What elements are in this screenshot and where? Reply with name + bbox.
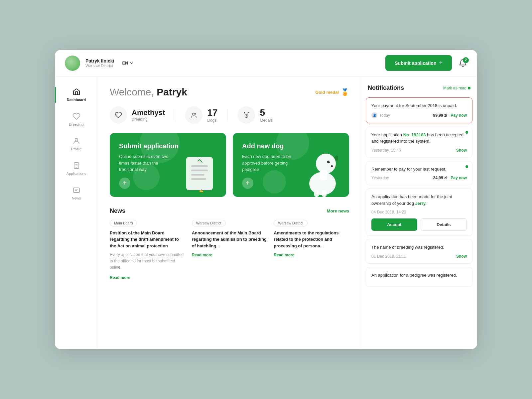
medal-badge: Gold medal 🏅 <box>315 88 349 96</box>
notification-breeding-registered: The name of breeding was registered. 01 … <box>366 239 472 264</box>
svg-point-8 <box>192 113 194 115</box>
notification-pedigree-registered: An application for a pedigree was regist… <box>366 267 472 287</box>
medals-stat: 5 Medals <box>238 106 273 124</box>
news-title-2: Announcement of the Main Board regarding… <box>192 230 267 249</box>
user-name: Patryk Ilnicki <box>85 58 114 64</box>
dogs-stat: 17 Dogs <box>185 106 217 124</box>
mark-read-label: Mark as read <box>443 86 466 90</box>
notification-pay-request: Remember to pay for your last request. Y… <box>366 161 472 186</box>
sidebar-item-news[interactable]: News <box>55 182 98 205</box>
submit-card-plus-button[interactable]: + <box>119 178 130 189</box>
news-title-3: Amendments to the regulations related to… <box>274 230 349 249</box>
add-new-dog-card[interactable]: Add new dog Each new dog need to be appr… <box>233 133 349 197</box>
read-more-3[interactable]: Read more <box>274 253 294 257</box>
header-user-info: Patryk Ilnicki Warsaw District <box>85 58 114 68</box>
medal-icon: 🏅 <box>341 88 349 96</box>
medals-icon <box>238 106 255 124</box>
notif-meta-3: Yesterday 24,99 zł · Pay now <box>371 176 467 180</box>
svg-rect-12 <box>191 165 208 167</box>
svg-point-21 <box>329 161 330 162</box>
notifications-bell[interactable]: 2 <box>459 59 467 67</box>
svg-rect-1 <box>74 163 79 169</box>
sidebar-item-profile[interactable]: Profile <box>55 132 98 156</box>
news-section: News More news Main Board Position of th… <box>110 207 349 280</box>
document-illustration: ✍ <box>170 133 219 197</box>
dog-name-link[interactable]: Jerry. <box>415 201 427 206</box>
dog-illustration <box>296 133 349 197</box>
show-link-2[interactable]: Show <box>456 148 467 153</box>
dogs-label: Dogs <box>207 118 217 123</box>
lang-label: EN <box>122 61 128 66</box>
svg-point-24 <box>331 165 333 167</box>
svg-rect-13 <box>191 170 208 171</box>
news-tag-2: Warsaw District <box>192 220 226 226</box>
application-link[interactable]: No. 192183 <box>403 132 426 137</box>
notif-date-3: Yesterday <box>371 176 389 180</box>
dogs-count: 17 <box>207 107 217 118</box>
action-cards-row: Submit application Online submit is even… <box>110 133 349 197</box>
svg-rect-26 <box>322 190 327 197</box>
svg-rect-25 <box>314 190 319 197</box>
sidebar-label-breeding: Breeding <box>69 122 83 126</box>
breeding-stat: Amethyst Breeding <box>110 106 165 124</box>
dog-card-plus-button[interactable]: + <box>242 178 253 189</box>
notif-date-1: 👤 Today <box>371 112 390 118</box>
language-selector[interactable]: EN <box>122 61 134 66</box>
more-news-link[interactable]: More news <box>327 208 349 213</box>
stat-divider-2 <box>227 108 228 122</box>
medals-info: 5 Medals <box>260 107 273 123</box>
notif-text-4: An application has been made for the joi… <box>371 194 467 206</box>
welcome-name: Patryk <box>157 86 187 97</box>
pay-now-1[interactable]: Pay now <box>451 113 467 118</box>
notif-text-1: Your payment for September 2018 is unpai… <box>371 102 467 109</box>
news-card-1: Main Board Position of the Main Board re… <box>110 220 185 280</box>
sidebar-label-news: News <box>72 196 81 200</box>
medal-label: Gold medal <box>315 90 339 95</box>
dogs-info: 17 Dogs <box>207 107 217 123</box>
svg-rect-15 <box>191 178 206 180</box>
svg-point-0 <box>75 138 78 141</box>
notif-text-5: The name of breeding was registered. <box>371 244 467 251</box>
svg-rect-27 <box>320 170 327 180</box>
news-icon <box>72 186 80 194</box>
document-icon <box>72 162 80 170</box>
notification-app-accepted: Your application No. 192183 has been acc… <box>366 127 472 158</box>
notif-date-4: 04 Dec 2018, 14:23 <box>371 210 406 214</box>
user-district: Warsaw District <box>85 64 114 68</box>
heart-icon <box>72 112 80 120</box>
submit-btn-label: Submit application <box>395 61 436 66</box>
svg-point-16 <box>197 158 202 164</box>
submit-application-header-button[interactable]: Submit application + <box>385 55 452 71</box>
sidebar-item-applications[interactable]: Applications <box>55 157 98 180</box>
stats-row: Amethyst Breeding 17 D <box>110 106 349 124</box>
stat-divider-1 <box>175 108 175 122</box>
read-more-2[interactable]: Read more <box>192 253 212 257</box>
pay-now-3[interactable]: Pay now <box>451 176 467 180</box>
accept-button[interactable]: Accept <box>371 218 417 231</box>
mark-dot-icon <box>468 87 470 89</box>
details-button[interactable]: Details <box>421 218 467 231</box>
show-link-5[interactable]: Show <box>456 254 467 259</box>
main-layout: Dashboard Breeding Profile <box>55 76 477 349</box>
news-title-1: Position of the Main Board regarding the… <box>110 230 185 249</box>
dogs-icon <box>185 106 202 124</box>
news-card-3: Warsaw District Amendments to the regula… <box>274 220 349 280</box>
sidebar-label-applications: Applications <box>66 172 86 176</box>
news-tag-1: Main Board <box>110 220 137 226</box>
sidebar: Dashboard Breeding Profile <box>55 76 98 349</box>
plus-icon: + <box>439 60 443 66</box>
notif-meta-4: 04 Dec 2018, 14:23 <box>371 210 467 214</box>
sidebar-item-dashboard[interactable]: Dashboard <box>55 83 98 106</box>
notif-date-5: 01 Dec 2018, 21:11 <box>371 254 406 259</box>
mark-as-read-button[interactable]: Mark as read <box>443 86 470 90</box>
sidebar-item-breeding[interactable]: Breeding <box>55 108 98 131</box>
notif-meta-5: 01 Dec 2018, 21:11 Show <box>371 254 467 259</box>
news-header: News More news <box>110 207 349 214</box>
notif-date-2: Yesterday, 15:45 <box>371 148 401 153</box>
read-more-1[interactable]: Read more <box>110 275 130 280</box>
content-area: Welcome, Patryk Gold medal 🏅 Amethy <box>98 76 361 349</box>
svg-rect-5 <box>73 188 79 193</box>
submit-application-card[interactable]: Submit application Online submit is even… <box>110 133 226 197</box>
chevron-down-icon <box>129 61 134 66</box>
notifications-title: Notifications <box>368 84 404 91</box>
